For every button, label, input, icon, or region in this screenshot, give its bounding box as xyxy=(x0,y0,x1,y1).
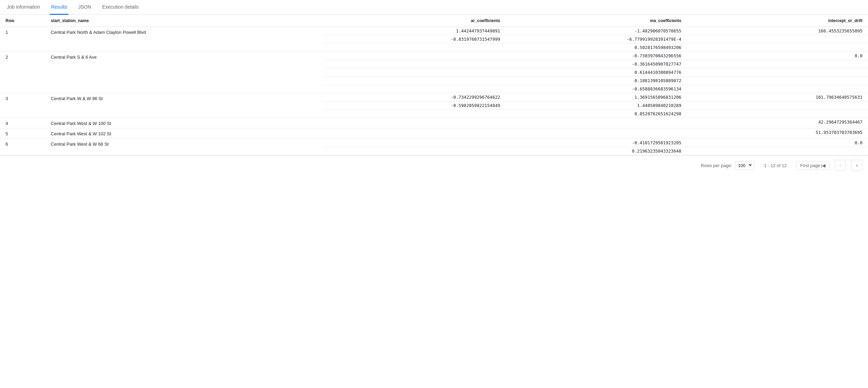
tabs-container: Job information Results JSON Execution d… xyxy=(0,0,868,15)
first-page-button[interactable]: First page |◀ xyxy=(796,161,829,170)
cell-intercept: 101.79634640575631 xyxy=(687,93,868,101)
cell-row-num: 6 xyxy=(0,139,45,155)
tab-json[interactable]: JSON xyxy=(77,0,92,15)
table-row: 4Central Park West & W 100 St42.29647295… xyxy=(0,118,868,128)
cell-ar-coefficient xyxy=(324,68,506,77)
cell-row-num: 5 xyxy=(0,128,45,139)
rows-per-page-select[interactable]: 100 50 25 xyxy=(735,161,754,170)
cell-ar-coefficient xyxy=(324,52,506,60)
cell-ma-coefficient: -0.3616450907827747 xyxy=(506,60,687,68)
cell-station-name: Central Park S & 6 Ave xyxy=(45,52,324,93)
cell-station-name: Central Park West & W 102 St xyxy=(45,128,324,139)
table-row: 5Central Park West & W 102 St51.95370370… xyxy=(0,128,868,139)
cell-ar-coefficient: -0.8319760731547999 xyxy=(324,35,506,43)
cell-ma-coefficient: -0.7303970043296556 xyxy=(506,52,687,60)
cell-row-num: 2 xyxy=(0,52,45,93)
next-page-button[interactable]: › xyxy=(851,160,862,171)
col-header-start-station-name: start_station_name xyxy=(45,15,324,27)
cell-ma-coefficient: -1.482906070570655 xyxy=(506,27,687,35)
cell-ma-coefficient: 0.5028176598493206 xyxy=(506,43,687,52)
cell-ar-coefficient xyxy=(324,128,506,139)
cell-ma-coefficient: -6.779919928391479E-4 xyxy=(506,35,687,43)
cell-intercept: 51.953703703703695 xyxy=(687,128,868,139)
cell-ar-coefficient xyxy=(324,110,506,118)
cell-intercept xyxy=(687,77,868,85)
first-page-icon: |◀ xyxy=(821,163,825,168)
cell-ma-coefficient: 0.6144410300894776 xyxy=(506,68,687,77)
col-header-ma-coefficients: ma_coefficients xyxy=(506,15,687,27)
cell-ma-coefficient xyxy=(506,118,687,128)
cell-row-num: 1 xyxy=(0,27,45,52)
cell-intercept xyxy=(687,43,868,52)
tab-job-information[interactable]: Job information xyxy=(6,0,41,15)
cell-ar-coefficient xyxy=(324,147,506,155)
col-header-row: Row xyxy=(0,15,45,27)
prev-icon: ‹ xyxy=(839,162,841,168)
cell-station-name: Central Park W & W 96 St xyxy=(45,93,324,118)
cell-station-name: Central Park West & W 100 St xyxy=(45,118,324,128)
results-table: Row start_station_name ar_coefficients m… xyxy=(0,15,868,155)
cell-ma-coefficient: -0.6588836683596134 xyxy=(506,85,687,93)
table-row: 6Central Park West & W 68 St-0.410172950… xyxy=(0,139,868,147)
col-header-ar-coefficients: ar_coefficients xyxy=(324,15,506,27)
cell-intercept xyxy=(687,110,868,118)
col-header-intercept-or-drift: intercept_or_drift xyxy=(687,15,868,27)
table-row: 3Central Park W & W 96 St-0.734229929676… xyxy=(0,93,868,101)
cell-intercept xyxy=(687,101,868,110)
cell-ma-coefficient: 0.1881398105889872 xyxy=(506,77,687,85)
cell-intercept: 42.29647295364467 xyxy=(687,118,868,128)
cell-row-num: 4 xyxy=(0,118,45,128)
table-footer: Rows per page: 100 50 25 1 - 12 of 12 Fi… xyxy=(0,155,868,175)
next-icon: › xyxy=(856,162,858,168)
rows-per-page-label: Rows per page: xyxy=(701,163,732,168)
cell-intercept xyxy=(687,60,868,68)
cell-intercept xyxy=(687,147,868,155)
cell-ma-coefficient: 0.21963235043323648 xyxy=(506,147,687,155)
cell-ar-coefficient xyxy=(324,85,506,93)
first-page-label: First page xyxy=(800,163,820,168)
cell-ar-coefficient xyxy=(324,43,506,52)
cell-ma-coefficient: 0.8520762651624298 xyxy=(506,110,687,118)
cell-row-num: 3 xyxy=(0,93,45,118)
cell-ar-coefficient xyxy=(324,118,506,128)
cell-intercept: 166.4553235655095 xyxy=(687,27,868,35)
pagination-info: 1 - 12 of 12 xyxy=(760,163,791,168)
cell-station-name: Central Park West & W 68 St xyxy=(45,139,324,155)
prev-page-button[interactable]: ‹ xyxy=(835,160,846,171)
cell-ar-coefficient xyxy=(324,60,506,68)
table-container: Row start_station_name ar_coefficients m… xyxy=(0,15,868,155)
cell-intercept xyxy=(687,35,868,43)
cell-intercept: 0.0 xyxy=(687,139,868,147)
cell-ma-coefficient: -0.4101729501923205 xyxy=(506,139,687,147)
cell-ma-coefficient xyxy=(506,128,687,139)
cell-ar-coefficient xyxy=(324,139,506,147)
cell-ar-coefficient: -0.7342299296764622 xyxy=(324,93,506,101)
cell-ma-coefficient: 1.3691565096831206 xyxy=(506,93,687,101)
cell-intercept: 0.0 xyxy=(687,52,868,60)
cell-intercept xyxy=(687,85,868,93)
cell-intercept xyxy=(687,68,868,77)
cell-ar-coefficient: 1.442447937449891 xyxy=(324,27,506,35)
table-row: 1Central Park North & Adam Clayton Powel… xyxy=(0,27,868,35)
cell-ar-coefficient xyxy=(324,77,506,85)
tab-results[interactable]: Results xyxy=(50,0,69,15)
rows-per-page-container: Rows per page: 100 50 25 xyxy=(701,161,754,170)
cell-station-name: Central Park North & Adam Clayton Powell… xyxy=(45,27,324,52)
cell-ar-coefficient: -0.5982059822154849 xyxy=(324,101,506,110)
cell-ma-coefficient: 1.440589840210289 xyxy=(506,101,687,110)
table-row: 2Central Park S & 6 Ave-0.73039700432965… xyxy=(0,52,868,60)
tab-execution-details[interactable]: Execution details xyxy=(101,0,140,15)
